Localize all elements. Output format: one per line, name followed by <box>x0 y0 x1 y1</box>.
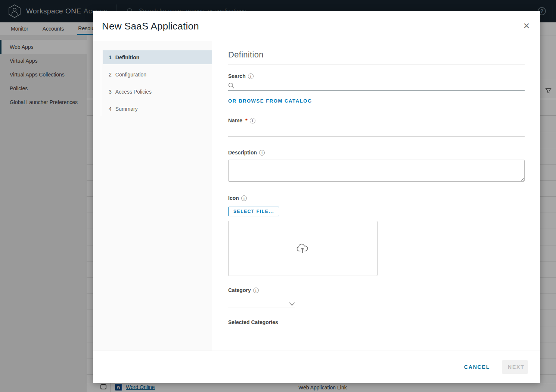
modal-title: New SaaS Application <box>102 21 199 32</box>
name-field-label: Name * i <box>228 117 525 123</box>
section-heading: Definition <box>228 50 525 60</box>
wizard-steps: 1 Definition 2 Configuration 3 Access Po… <box>101 50 212 116</box>
step-number: 4 <box>109 106 112 112</box>
modal-body: 1 Definition 2 Configuration 3 Access Po… <box>93 41 540 351</box>
step-number: 1 <box>109 54 112 60</box>
modal-header: New SaaS Application ✕ <box>93 11 540 41</box>
step-label: Summary <box>115 106 138 112</box>
required-asterisk: * <box>245 117 247 123</box>
name-input[interactable] <box>228 127 525 137</box>
app-search-field <box>228 81 525 91</box>
search-label-text: Search <box>228 73 246 79</box>
category-select[interactable] <box>228 298 295 307</box>
close-icon[interactable]: ✕ <box>522 22 531 30</box>
icon-field-label: Icon i <box>228 195 525 201</box>
cloud-upload-icon <box>296 243 309 254</box>
step-configuration[interactable]: 2 Configuration <box>103 68 212 81</box>
search-input[interactable] <box>237 81 525 89</box>
step-number: 2 <box>109 72 112 78</box>
description-label-text: Description <box>228 150 257 156</box>
info-icon[interactable]: i <box>253 288 259 293</box>
category-label-text: Category <box>228 287 251 293</box>
step-summary[interactable]: 4 Summary <box>103 102 212 116</box>
info-icon[interactable]: i <box>241 195 247 201</box>
category-field-label: Category i <box>228 287 525 293</box>
selected-categories-label: Selected Categories <box>228 319 525 325</box>
icon-label-text: Icon <box>228 195 239 201</box>
info-icon[interactable]: i <box>248 73 254 79</box>
info-icon[interactable]: i <box>259 150 265 156</box>
icon-upload-dropzone[interactable] <box>228 221 378 276</box>
info-icon[interactable]: i <box>250 118 255 123</box>
step-number: 3 <box>109 89 112 95</box>
step-label: Access Policies <box>115 89 152 95</box>
next-button[interactable]: NEXT <box>502 360 528 374</box>
step-label: Definition <box>115 54 140 60</box>
name-label-text: Name <box>228 117 242 123</box>
selected-categories-text: Selected Categories <box>228 319 278 325</box>
new-saas-application-modal: New SaaS Application ✕ 1 Definition 2 Co… <box>93 11 540 383</box>
cancel-button[interactable]: CANCEL <box>460 361 494 373</box>
description-textarea[interactable] <box>228 160 525 182</box>
search-icon <box>228 82 234 89</box>
chevron-down-icon <box>289 302 295 306</box>
browse-from-catalog-link[interactable]: OR BROWSE FROM CATALOG <box>228 98 312 104</box>
definition-panel: Definition Search i OR BROWSE FROM CATAL… <box>212 41 540 351</box>
select-file-button[interactable]: SELECT FILE... <box>228 207 279 216</box>
wizard-stepper: 1 Definition 2 Configuration 3 Access Po… <box>93 41 212 351</box>
description-field-label: Description i <box>228 150 525 156</box>
search-field-label: Search i <box>228 73 525 79</box>
step-definition[interactable]: 1 Definition <box>103 50 212 64</box>
section-divider <box>228 65 525 65</box>
modal-footer: CANCEL NEXT <box>93 351 540 383</box>
step-access-policies[interactable]: 3 Access Policies <box>103 85 212 98</box>
step-label: Configuration <box>115 72 146 78</box>
